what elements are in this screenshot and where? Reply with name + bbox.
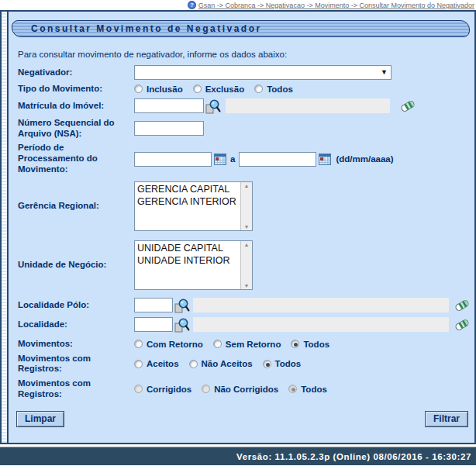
scrollbar[interactable]: ▲▼: [240, 182, 252, 230]
registros1-radio-group: Aceitos Não Aceitos Todos: [134, 359, 311, 368]
registros1-label: Movimentos com Registros:: [18, 354, 134, 375]
radio-icon: [288, 385, 297, 393]
nsa-label: Número Sequencial do Arquivo (NSA):: [18, 118, 134, 140]
radio-icon[interactable]: [263, 360, 271, 368]
gerencia-label: Gerência Regional:: [18, 201, 134, 212]
scroll-up-icon[interactable]: ▲: [244, 242, 250, 247]
radio-exclusao[interactable]: Exclusão: [193, 85, 245, 94]
negativador-label: Negativador:: [18, 67, 134, 78]
localidade-row: Localidade:: [10, 317, 471, 333]
scrollbar[interactable]: ▲▼: [240, 241, 252, 289]
filtrar-button[interactable]: Filtrar: [425, 411, 468, 427]
radio-icon[interactable]: [134, 360, 143, 368]
footer-bar: Versão: 11.1.05.2.3p (Online) 08/06/2016…: [0, 447, 476, 465]
calendar-icon[interactable]: [319, 154, 331, 165]
intro-text: Para consultar movimento de negativador,…: [18, 50, 471, 59]
form-panel: Consultar Movimento de Negativador Para …: [9, 12, 474, 443]
radio-icon[interactable]: [213, 340, 222, 348]
radio-tipo-todos[interactable]: Todos: [254, 85, 293, 94]
calendar-icon[interactable]: [214, 154, 226, 165]
radio-icon[interactable]: [134, 85, 143, 93]
tipo-movimento-row: Tipo do Movimento: Inclusão Exclusão Tod…: [10, 84, 471, 95]
periodo-separator: a: [230, 154, 235, 164]
matricula-label: Matrícula do Imóvel:: [18, 101, 134, 112]
registros2-radio-group: Corrigidos Não Corrigidos Todos: [134, 385, 337, 394]
svg-text:?: ?: [190, 2, 194, 9]
tipo-movimento-label: Tipo do Movimento:: [18, 84, 134, 95]
movimentos-label: Movimentos:: [18, 339, 134, 350]
search-icon[interactable]: [174, 298, 190, 313]
unidade-multiselect[interactable]: UNIDADE CAPITAL UNIDADE INTERIOR ▲▼: [134, 240, 253, 290]
registros1-row: Movimentos com Registros: Aceitos Não Ac…: [10, 354, 471, 375]
radio-nao-aceitos[interactable]: Não Aceitos: [189, 359, 253, 368]
radio-icon: [202, 385, 210, 393]
eraser-icon[interactable]: [454, 317, 471, 333]
periodo-from-input[interactable]: [134, 152, 212, 167]
nsa-row: Número Sequencial do Arquivo (NSA):: [10, 118, 471, 140]
left-striped-gutter: [2, 12, 9, 443]
page-title-bar: Consultar Movimento de Negativador: [12, 20, 470, 37]
radio-com-retorno[interactable]: Com Retorno: [134, 340, 203, 349]
radio-icon[interactable]: [291, 340, 299, 348]
periodo-label: Período de Processamento do Movimento:: [18, 143, 134, 174]
radio-aceitos[interactable]: Aceitos: [134, 359, 179, 368]
nsa-input[interactable]: [134, 121, 204, 136]
localidade-input[interactable]: [134, 317, 173, 332]
movimentos-row: Movimentos: Com Retorno Sem Retorno Todo…: [10, 339, 471, 350]
localidade-polo-label: Localidade Pólo:: [18, 300, 134, 311]
gerencia-row: Gerência Regional: GERENCIA CAPITAL GERE…: [10, 181, 471, 231]
localidade-polo-input[interactable]: [134, 298, 173, 312]
localidade-polo-description: [193, 298, 449, 312]
movimentos-radio-group: Com Retorno Sem Retorno Todos: [134, 340, 340, 349]
version-text: Versão: 11.1.05.2.3p (Online) 08/06/2016…: [236, 452, 471, 461]
eraser-icon[interactable]: [454, 298, 471, 313]
list-item[interactable]: UNIDADE INTERIOR: [137, 254, 250, 267]
matricula-description: [226, 98, 390, 113]
radio-nao-corrigidos: Não Corrigidos: [202, 385, 278, 394]
radio-registros2-todos: Todos: [288, 385, 327, 394]
eraser-icon[interactable]: [399, 98, 416, 114]
registros2-label: Movimentos com Registros:: [18, 378, 134, 400]
date-format-hint: (dd/mm/aaaa): [336, 154, 393, 164]
list-item[interactable]: UNIDADE CAPITAL: [137, 242, 250, 254]
limpar-button[interactable]: Limpar: [16, 411, 64, 427]
scroll-up-icon[interactable]: ▲: [244, 183, 250, 188]
matricula-input[interactable]: [134, 98, 204, 113]
negativador-select[interactable]: ▼: [134, 65, 391, 80]
localidade-polo-row: Localidade Pólo:: [10, 298, 471, 313]
radio-registros1-todos[interactable]: Todos: [263, 359, 302, 368]
radio-icon[interactable]: [134, 340, 143, 348]
actions-row: Limpar Filtrar: [10, 411, 471, 427]
search-icon[interactable]: [174, 317, 190, 333]
radio-sem-retorno[interactable]: Sem Retorno: [213, 340, 281, 349]
main-frame: Consultar Movimento de Negativador Para …: [0, 10, 476, 444]
unidade-label: Unidade de Negócio:: [18, 260, 134, 271]
help-icon[interactable]: ?: [188, 1, 196, 9]
breadcrumb-bar: ? Gsan -> Cobranca -> Negativacao -> Mov…: [0, 0, 476, 10]
matricula-row: Matrícula do Imóvel:: [10, 98, 471, 114]
breadcrumb[interactable]: Gsan -> Cobranca -> Negativacao -> Movim…: [198, 2, 474, 9]
radio-icon: [134, 385, 143, 393]
radio-icon[interactable]: [254, 85, 263, 93]
list-item[interactable]: GERENCIA CAPITAL: [137, 183, 250, 195]
scroll-down-icon[interactable]: ▼: [244, 224, 250, 230]
negativador-row: Negativador: ▼: [10, 65, 471, 80]
localidade-label: Localidade:: [18, 319, 134, 330]
list-item[interactable]: GERENCIA INTERIOR: [137, 195, 250, 208]
registros2-row: Movimentos com Registros: Corrigidos Não…: [10, 378, 471, 400]
unidade-row: Unidade de Negócio: UNIDADE CAPITAL UNID…: [10, 240, 471, 290]
page-title: Consultar Movimento de Negativador: [31, 23, 262, 34]
radio-corrigidos: Corrigidos: [134, 385, 191, 394]
localidade-description: [193, 317, 449, 332]
periodo-to-input[interactable]: [239, 152, 316, 167]
radio-icon[interactable]: [193, 85, 202, 93]
periodo-row: Período de Processamento do Movimento: a: [10, 143, 471, 174]
tipo-movimento-radio-group: Inclusão Exclusão Todos: [134, 85, 303, 94]
radio-movimentos-todos[interactable]: Todos: [291, 340, 329, 349]
search-icon[interactable]: [205, 98, 221, 114]
gerencia-multiselect[interactable]: GERENCIA CAPITAL GERENCIA INTERIOR ▲▼: [134, 181, 253, 231]
radio-inclusao[interactable]: Inclusão: [134, 85, 183, 94]
scroll-down-icon[interactable]: ▼: [244, 283, 250, 288]
chevron-down-icon: ▼: [381, 69, 388, 76]
radio-icon[interactable]: [189, 360, 198, 368]
